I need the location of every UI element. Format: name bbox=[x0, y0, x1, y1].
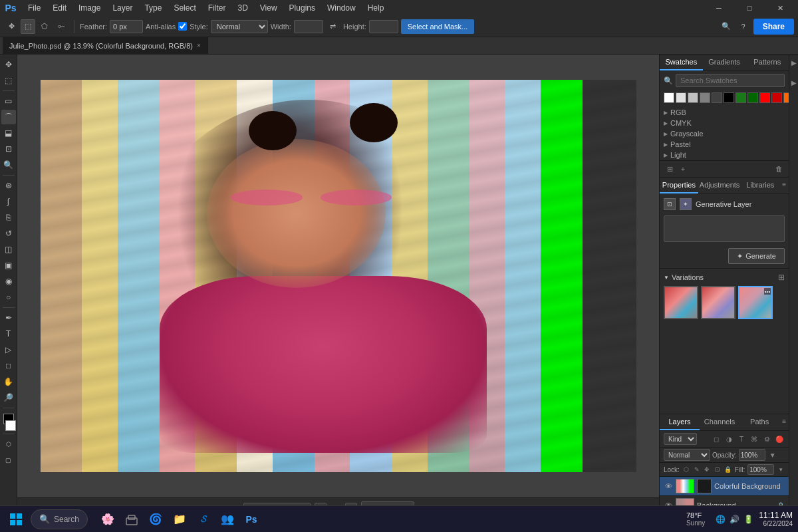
taskbar-taskbar-app[interactable] bbox=[121, 509, 142, 530]
menu-type[interactable]: Type bbox=[139, 2, 167, 14]
blend-mode-select[interactable]: Normal Multiply Screen bbox=[664, 449, 710, 461]
new-group-icon[interactable]: ⊞ bbox=[664, 163, 676, 175]
feather-input[interactable] bbox=[110, 20, 143, 33]
swatch-lightgray[interactable] bbox=[676, 92, 686, 103]
filter-lock-icon[interactable]: 🔴 bbox=[774, 434, 785, 444]
swatch-darkred[interactable] bbox=[771, 92, 782, 103]
tab-layers[interactable]: Layers bbox=[660, 414, 700, 430]
swatch-group-grayscale[interactable]: ▶ Grayscale bbox=[660, 128, 789, 139]
swap-icon[interactable]: ⇌ bbox=[326, 19, 340, 34]
generate-button[interactable]: ✦ Generate bbox=[728, 248, 785, 264]
menu-layer[interactable]: Layer bbox=[107, 2, 138, 14]
swatch-darkgreen[interactable] bbox=[747, 92, 758, 103]
lock-position-icon[interactable]: ✥ bbox=[703, 464, 711, 475]
battery-icon[interactable]: 🔋 bbox=[743, 515, 753, 524]
panel-toggle-2[interactable]: ▶ bbox=[790, 78, 798, 86]
new-swatch-icon[interactable]: + bbox=[677, 163, 689, 175]
maximize-button[interactable]: □ bbox=[734, 0, 765, 16]
taskbar-store-app[interactable]: 𝓢 bbox=[193, 509, 214, 530]
lasso-icon[interactable]: ⬚ bbox=[21, 19, 35, 34]
filter-adj-icon[interactable]: ◑ bbox=[724, 434, 734, 444]
start-button[interactable] bbox=[5, 509, 27, 530]
tab-gradients[interactable]: Gradients bbox=[703, 55, 746, 70]
tab-swatches[interactable]: Swatches bbox=[660, 55, 703, 70]
object-select-tool[interactable]: ⬓ bbox=[1, 126, 16, 140]
search-icon[interactable]: 🔍 bbox=[719, 19, 733, 34]
lock-transparent-icon[interactable]: ⬡ bbox=[682, 464, 690, 475]
tab-adjustments[interactable]: Adjustments bbox=[698, 178, 741, 194]
network-icon[interactable]: 🌐 bbox=[716, 515, 726, 524]
layers-more-icon[interactable]: ≡ bbox=[779, 414, 789, 430]
screen-mode-tool[interactable]: ▢ bbox=[1, 453, 16, 467]
menu-plugins[interactable]: Plugins bbox=[284, 2, 321, 14]
swatch-group-light[interactable]: ▶ Light bbox=[660, 150, 789, 160]
tab-patterns[interactable]: Patterns bbox=[745, 55, 789, 70]
layer-kind-filter[interactable]: Kind bbox=[664, 433, 697, 445]
panel-toggle-1[interactable]: ▶ bbox=[790, 59, 798, 66]
width-input[interactable] bbox=[294, 20, 323, 33]
zoom-tool[interactable]: 🔎 bbox=[1, 390, 16, 405]
eraser-tool[interactable]: ◫ bbox=[1, 242, 16, 257]
quick-mask-tool[interactable]: ⬡ bbox=[1, 437, 16, 452]
move-tool[interactable]: ✥ bbox=[1, 57, 16, 72]
polygon-lasso-icon[interactable]: ⬠ bbox=[37, 19, 52, 34]
spot-heal-tool[interactable]: ⊛ bbox=[1, 178, 16, 193]
eyedropper-tool[interactable]: 🔍 bbox=[1, 158, 16, 172]
fill-arrow-icon[interactable]: ▼ bbox=[777, 464, 785, 475]
share-button[interactable]: Share bbox=[753, 19, 794, 35]
swatch-white[interactable] bbox=[664, 92, 674, 103]
menu-3d[interactable]: 3D bbox=[232, 2, 253, 14]
swatch-black[interactable] bbox=[724, 92, 734, 103]
minimize-button[interactable]: ─ bbox=[704, 0, 734, 16]
layer-row-colorful[interactable]: 👁 Colorful Background bbox=[660, 477, 789, 496]
lock-image-icon[interactable]: ✎ bbox=[693, 464, 701, 475]
tab-properties[interactable]: Properties bbox=[660, 178, 698, 194]
swatch-group-rgb[interactable]: ▶ RGB bbox=[660, 107, 789, 118]
layer-visibility-icon[interactable]: 👁 bbox=[664, 481, 673, 491]
variation-1[interactable] bbox=[664, 286, 698, 319]
menu-edit[interactable]: Edit bbox=[47, 2, 72, 14]
height-input[interactable] bbox=[369, 20, 398, 33]
swatches-search[interactable] bbox=[676, 74, 785, 87]
tab-close-icon[interactable]: × bbox=[197, 42, 201, 49]
help-icon[interactable]: ? bbox=[736, 19, 751, 34]
color-picker[interactable] bbox=[1, 414, 16, 431]
text-tool[interactable]: T bbox=[1, 327, 16, 341]
sound-icon[interactable]: 🔊 bbox=[730, 515, 739, 524]
clock[interactable]: 11:11 AM 6/22/2024 bbox=[759, 511, 793, 527]
menu-help[interactable]: Help bbox=[362, 2, 390, 14]
menu-filter[interactable]: Filter bbox=[203, 2, 231, 14]
taskbar-teams-app[interactable]: 👥 bbox=[217, 509, 238, 530]
variation-2[interactable] bbox=[701, 286, 735, 319]
gradient-tool[interactable]: ▣ bbox=[1, 258, 16, 273]
swatch-red[interactable] bbox=[759, 92, 770, 103]
tab-channels[interactable]: Channels bbox=[700, 414, 739, 430]
document-tab[interactable]: Julie_Photo.psd @ 13.9% (Colorful Backgr… bbox=[3, 37, 208, 55]
opacity-arrow-icon[interactable]: ▼ bbox=[767, 450, 778, 460]
menu-view[interactable]: View bbox=[255, 2, 283, 14]
style-select[interactable]: Normal Fixed Ratio Fixed Size bbox=[211, 20, 268, 33]
lock-all-icon[interactable]: 🔒 bbox=[724, 464, 732, 475]
lock-artboard-icon[interactable]: ⊡ bbox=[714, 464, 722, 475]
pen-tool[interactable]: ✒ bbox=[1, 311, 16, 325]
close-button[interactable]: ✕ bbox=[765, 0, 795, 16]
opacity-input[interactable] bbox=[739, 449, 765, 461]
tab-libraries[interactable]: Libraries bbox=[741, 178, 779, 194]
crop-tool[interactable]: ⊡ bbox=[1, 142, 16, 156]
swatch-group-cmyk[interactable]: ▶ CMYK bbox=[660, 118, 789, 128]
menu-window[interactable]: Window bbox=[322, 2, 361, 14]
taskbar-ps-app[interactable]: Ps bbox=[241, 509, 262, 530]
dodge-tool[interactable]: ○ bbox=[1, 290, 16, 305]
properties-more-icon[interactable]: ≡ bbox=[779, 178, 789, 194]
delete-swatch-icon[interactable]: 🗑 bbox=[773, 163, 785, 175]
path-tool[interactable]: ▷ bbox=[1, 342, 16, 357]
lasso-tool[interactable]: ⌒ bbox=[1, 110, 16, 124]
artboard-tool[interactable]: ⬚ bbox=[1, 73, 16, 88]
shape-tool[interactable]: □ bbox=[1, 358, 16, 373]
swatch-midgray[interactable] bbox=[700, 92, 710, 103]
filter-shape-icon[interactable]: ⌘ bbox=[749, 434, 759, 444]
fill-input[interactable] bbox=[747, 464, 774, 475]
filter-pixel-icon[interactable]: ◻ bbox=[711, 434, 722, 444]
swatch-green[interactable] bbox=[735, 92, 746, 103]
anti-alias-checkbox[interactable] bbox=[178, 22, 187, 31]
